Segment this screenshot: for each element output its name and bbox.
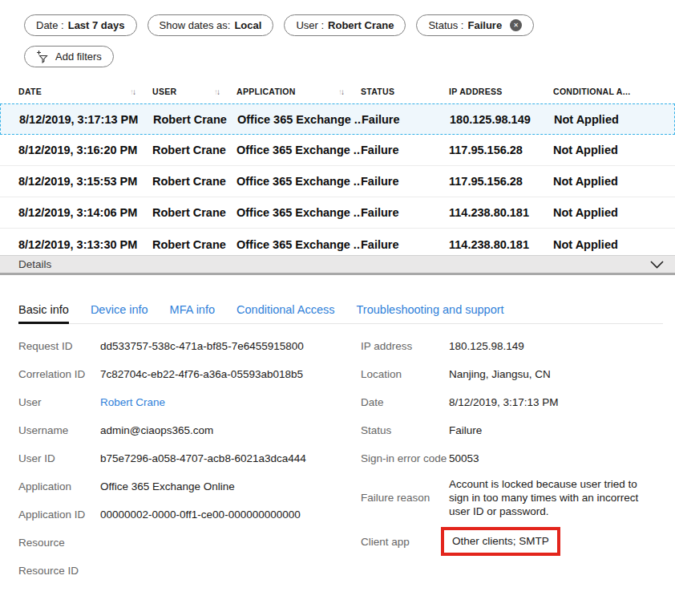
field-value: 180.125.98.149 bbox=[449, 339, 524, 353]
sort-icon[interactable]: ↑↓ bbox=[214, 87, 219, 96]
field-value: 7c82704c-eb22-4f76-a36a-05593ab018b5 bbox=[100, 367, 303, 381]
field-row-request-id: Request ID dd533757-538c-471a-bf85-7e645… bbox=[18, 332, 361, 360]
cell-date: 8/12/2019, 3:16:20 PM bbox=[18, 144, 152, 156]
field-label: Sign-in error code bbox=[361, 452, 449, 464]
user-link[interactable]: Robert Crane bbox=[100, 395, 165, 409]
column-header-application[interactable]: APPLICATION ↑↓ bbox=[236, 87, 361, 96]
field-label: Date bbox=[361, 396, 449, 408]
table-row[interactable]: 8/12/2019, 3:13:30 PM Robert Crane Offic… bbox=[0, 229, 675, 255]
tab-conditional-access[interactable]: Conditional Access bbox=[236, 303, 335, 324]
table-row[interactable]: 8/12/2019, 3:15:53 PM Robert Crane Offic… bbox=[0, 166, 675, 197]
field-value: admin@ciaops365.com bbox=[100, 424, 213, 437]
fields-left-column: Request ID dd533757-538c-471a-bf85-7e645… bbox=[18, 332, 361, 585]
add-filters-button[interactable]: Add filters bbox=[24, 46, 114, 67]
field-row-location: Location Nanjing, Jiangsu, CN bbox=[361, 360, 654, 388]
filter-value: Last 7 days bbox=[68, 19, 125, 31]
cell-application: Office 365 Exchange ... bbox=[236, 206, 361, 219]
field-row-correlation-id: Correlation ID 7c82704c-eb22-4f76-a36a-0… bbox=[18, 360, 361, 388]
column-header-date[interactable]: DATE ↑↓ bbox=[18, 87, 152, 96]
tab-device-info[interactable]: Device info bbox=[91, 303, 148, 324]
filter-pill-user[interactable]: User : Robert Crane bbox=[284, 14, 406, 36]
field-label: Status bbox=[361, 424, 449, 436]
field-label: Resource ID bbox=[18, 565, 100, 577]
column-header-conditional-access[interactable]: CONDITIONAL A... bbox=[553, 87, 675, 96]
field-row-ip-address: IP address 180.125.98.149 bbox=[361, 332, 654, 360]
field-value: 8/12/2019, 3:17:13 PM bbox=[449, 395, 559, 409]
field-value: 00000002-0000-0ff1-ce00-000000000000 bbox=[100, 508, 301, 521]
field-label: Application bbox=[18, 480, 100, 492]
cell-date: 8/12/2019, 3:14:06 PM bbox=[18, 206, 152, 219]
details-panel: Basic info Device info MFA info Conditio… bbox=[0, 275, 675, 585]
field-value: 50053 bbox=[449, 452, 479, 465]
cell-user: Robert Crane bbox=[152, 238, 236, 251]
field-value: Nanjing, Jiangsu, CN bbox=[449, 367, 551, 381]
close-icon[interactable]: ✕ bbox=[510, 19, 522, 31]
cell-application: Office 365 Exchange ... bbox=[236, 238, 361, 251]
table-header: DATE ↑↓ USER ↑↓ APPLICATION ↑↓ STATUS IP… bbox=[0, 79, 675, 103]
column-header-user[interactable]: USER ↑↓ bbox=[152, 87, 236, 96]
field-value: Account is locked because user tried to … bbox=[449, 477, 654, 518]
cell-date: 8/12/2019, 3:13:30 PM bbox=[18, 238, 152, 251]
sort-icon[interactable]: ↑↓ bbox=[130, 87, 135, 96]
table-row[interactable]: 8/12/2019, 3:17:13 PM Robert Crane Offic… bbox=[0, 103, 675, 135]
filter-value: Robert Crane bbox=[328, 19, 394, 31]
field-row-client-app: Client app Other clients; SMTP bbox=[361, 522, 654, 561]
details-collapse-bar[interactable]: Details bbox=[0, 255, 675, 275]
filter-pill-date[interactable]: Date : Last 7 days bbox=[24, 14, 137, 36]
filter-label: Date : bbox=[36, 19, 64, 31]
field-label: IP address bbox=[361, 340, 449, 352]
field-label: Location bbox=[361, 368, 449, 380]
filter-value: Local bbox=[234, 19, 261, 31]
tab-troubleshooting-and-support[interactable]: Troubleshooting and support bbox=[357, 303, 504, 324]
column-label: USER bbox=[152, 87, 176, 96]
cell-user: Robert Crane bbox=[152, 206, 236, 219]
field-value: dd533757-538c-471a-bf85-7e6455915800 bbox=[100, 339, 304, 353]
add-filters-label: Add filters bbox=[55, 51, 102, 63]
filter-pill-row: Date : Last 7 days Show dates as: Local … bbox=[24, 14, 675, 36]
tab-basic-info[interactable]: Basic info bbox=[18, 303, 69, 324]
field-value: Office 365 Exchange Online bbox=[100, 480, 235, 493]
field-row-user-id: User ID b75e7296-a058-4707-acb8-6021a3dc… bbox=[18, 444, 361, 472]
field-label: Request ID bbox=[18, 340, 100, 352]
tab-mfa-info[interactable]: MFA info bbox=[170, 303, 215, 324]
cell-ip-address: 180.125.98.149 bbox=[450, 113, 554, 126]
filter-pill-row: Add filters bbox=[24, 46, 675, 67]
field-row-resource: Resource bbox=[18, 529, 361, 557]
cell-date: 8/12/2019, 3:15:53 PM bbox=[18, 175, 152, 188]
filter-label: Status : bbox=[428, 19, 463, 31]
cell-status: Failure bbox=[361, 238, 449, 251]
field-label: Application ID bbox=[18, 509, 100, 521]
client-app-highlight: Other clients; SMTP bbox=[441, 527, 560, 556]
field-row-status: Status Failure bbox=[361, 416, 654, 444]
column-label: CONDITIONAL A... bbox=[553, 87, 630, 96]
filter-value: Failure bbox=[467, 19, 502, 31]
details-tabs: Basic info Device info MFA info Conditio… bbox=[18, 303, 663, 324]
filter-pill-show-dates-as[interactable]: Show dates as: Local bbox=[148, 14, 274, 36]
field-row-failure-reason: Failure reason Account is locked because… bbox=[361, 472, 654, 522]
table-row[interactable]: 8/12/2019, 3:14:06 PM Robert Crane Offic… bbox=[0, 197, 675, 229]
column-header-status[interactable]: STATUS bbox=[361, 87, 449, 96]
field-row-username: Username admin@ciaops365.com bbox=[18, 416, 361, 444]
column-header-ip-address[interactable]: IP ADDRESS bbox=[449, 87, 553, 96]
cell-status: Failure bbox=[361, 144, 449, 156]
table-row[interactable]: 8/12/2019, 3:16:20 PM Robert Crane Offic… bbox=[0, 135, 675, 166]
cell-ip-address: 117.95.156.28 bbox=[449, 175, 553, 188]
field-label: User ID bbox=[18, 452, 100, 464]
filter-pill-status[interactable]: Status : Failure ✕ bbox=[416, 14, 534, 36]
field-label: User bbox=[18, 396, 100, 408]
column-label: IP ADDRESS bbox=[449, 87, 503, 96]
sort-icon[interactable]: ↑↓ bbox=[338, 87, 343, 96]
cell-ip-address: 117.95.156.28 bbox=[449, 144, 553, 156]
chevron-down-icon[interactable] bbox=[650, 261, 664, 269]
field-label: Resource bbox=[18, 537, 100, 549]
filter-label: User : bbox=[296, 19, 324, 31]
cell-status: Failure bbox=[361, 175, 449, 188]
cell-user: Robert Crane bbox=[153, 113, 237, 126]
cell-user: Robert Crane bbox=[152, 144, 236, 156]
cell-conditional-access: Not Applied bbox=[553, 238, 675, 251]
cell-application: Office 365 Exchange ... bbox=[237, 113, 362, 126]
field-value: b75e7296-a058-4707-acb8-6021a3dca444 bbox=[100, 452, 306, 465]
cell-conditional-access: Not Applied bbox=[553, 206, 675, 219]
field-label: Correlation ID bbox=[18, 368, 100, 380]
table-body: 8/12/2019, 3:17:13 PM Robert Crane Offic… bbox=[0, 103, 675, 255]
